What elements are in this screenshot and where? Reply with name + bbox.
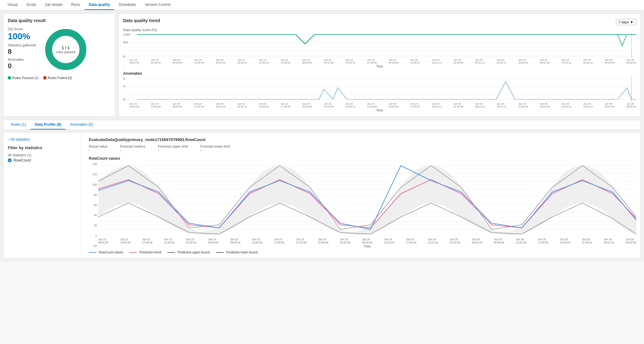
donut-label: 1 / 1 rules passed [56, 45, 75, 54]
radio-rowcount[interactable] [8, 158, 12, 162]
donut-center-bottom: rules passed [56, 50, 75, 54]
metrics-row: Actual value - Forecast metrics - Foreca… [89, 144, 636, 153]
anomalies-x-labels: Jun 1916:51:39 Jun 1923:50:29 Jun 2006:5… [123, 102, 636, 108]
legend-passed-dot [8, 76, 11, 79]
large-chart [98, 163, 636, 237]
chart-legend: RowCount values Prediction trend Predict… [89, 251, 636, 254]
row-count-chart-label: RowCount values [89, 156, 636, 161]
main-tabs-bar: Visual Script Job details Runs Data qual… [0, 0, 644, 10]
tab-runs[interactable]: Runs [67, 0, 84, 10]
metric-upper-val: - [158, 148, 188, 153]
dq-result-title: Data quality result [8, 18, 111, 23]
legend-upper-bound-label: Prediction upper bound [177, 251, 209, 254]
legend-upper-bound: Prediction upper bound [167, 251, 209, 254]
legend-rowcount-label: RowCount values [99, 251, 123, 254]
sub-tab-rules[interactable]: Rules (1) [7, 120, 31, 130]
stats-gathered-label: Statistics gathered [8, 43, 36, 47]
legend-prediction-trend-label: Prediction trend [139, 251, 161, 254]
metric-forecast-upper: Forecast upper limit - [158, 144, 188, 153]
dq-center: DQ Score 100% Statistics gathered 8 Anom… [8, 26, 111, 73]
top-row: Data quality result DQ Score 100% Statis… [3, 13, 641, 117]
anomalies-label: Anomalies [8, 58, 36, 61]
legend-failed-dot [43, 76, 46, 79]
svg-text:2: 2 [123, 77, 125, 80]
tab-data-quality[interactable]: Data quality [84, 0, 114, 10]
sub-tabs-bar: Rules (1) Data Profile (8) Anomalies (0) [3, 120, 641, 130]
legend-lower-bound: Prediction lower bound [216, 251, 258, 254]
metric-lower-val: - [200, 148, 230, 153]
chevron-down-icon: ▼ [630, 20, 633, 24]
legend-passed: Rules Passed (1) [8, 76, 38, 80]
dq-stats: DQ Score 100% Statistics gathered 8 Anom… [8, 27, 36, 72]
back-arrow-icon: ‹ [8, 137, 9, 142]
metric-forecast-lower: Forecast lower limit - [200, 144, 230, 153]
legend-rowcount: RowCount values [89, 251, 123, 254]
main-content: Data quality result DQ Score 100% Statis… [0, 10, 644, 262]
anomalies-value: 0 [8, 62, 36, 70]
metric-upper-label: Forecast upper limit [158, 144, 188, 148]
dq-score-value: 100% [8, 31, 36, 41]
all-stats-label: All statistics [10, 137, 30, 142]
trend-header: Data quality trend 7 days ▼ [123, 18, 636, 26]
legend-prediction-trend-line [129, 252, 137, 253]
metric-forecast-val: - [120, 148, 145, 153]
tab-schedules[interactable]: Schedules [114, 0, 141, 10]
tab-job-details[interactable]: Job details [40, 0, 67, 10]
donut-legend: Rules Passed (1) Rules Failed (0) [8, 76, 111, 80]
anomalies-section: Anomalies 2 1 0 [123, 71, 636, 112]
filter-group-label: All Statistics (1) [8, 153, 77, 157]
legend-upper-bound-line [167, 252, 175, 253]
chart-time-label: Time [98, 245, 636, 248]
donut-center-top: 1 / 1 [56, 45, 75, 50]
chart-panel-title: EvaluateDataQualityprimary_node171569707… [89, 137, 636, 142]
legend-rowcount-line [89, 252, 96, 253]
legend-passed-label: Rules Passed (1) [12, 76, 38, 80]
chart-svg-wrapper: Jun 2209:51:07 Jun 2213:50:29 Jun 2217:5… [98, 163, 636, 248]
filter-rowcount-label: RowCount [13, 158, 31, 163]
metric-forecast-label: Forecast metrics [120, 144, 145, 148]
chart-x-labels: Jun 2209:51:07 Jun 2213:50:29 Jun 2217:5… [98, 238, 636, 244]
tab-version-control[interactable]: Version Control [141, 0, 175, 10]
large-chart-container: 140 120 100 80 60 40 20 0 -20 [89, 163, 636, 248]
dq-score-label: DQ Score [8, 27, 36, 31]
svg-text:0: 0 [123, 98, 125, 101]
dq-trend-title: Data quality trend [123, 18, 160, 23]
filter-sidebar: ‹ All statistics Filter by statistics Al… [3, 133, 81, 258]
score-axis-label: Data quality score (%) [123, 28, 636, 32]
filter-title: Filter by statistics [8, 145, 77, 150]
y-axis-labels: 140 120 100 80 60 40 20 0 -20 [89, 163, 97, 248]
metric-lower-label: Forecast lower limit [200, 144, 230, 148]
all-stats-link[interactable]: ‹ All statistics [8, 137, 77, 142]
stats-gathered-value: 8 [8, 48, 36, 56]
days-label: 7 days [619, 20, 629, 24]
chart-panel: EvaluateDataQualityprimary_node171569707… [84, 133, 641, 258]
anomalies-title: Anomalies [123, 71, 636, 76]
sub-tab-anomalies[interactable]: Anomalies (0) [65, 120, 97, 130]
svg-text:100: 100 [123, 33, 130, 36]
score-x-labels: Jun 1916:51:39 Jun 1923:50:29 Jun 2006:5… [123, 59, 636, 64]
bottom-section: ‹ All statistics Filter by statistics Al… [3, 133, 641, 259]
metric-actual-val: - [89, 148, 108, 153]
donut-chart: 1 / 1 rules passed [42, 26, 89, 73]
svg-text:0: 0 [123, 55, 125, 58]
tab-visual[interactable]: Visual [3, 0, 22, 10]
legend-failed: Rules Failed (0) [43, 76, 72, 80]
svg-text:50: 50 [123, 41, 128, 44]
score-time-label: Time [123, 65, 636, 68]
metric-forecast-metrics: Forecast metrics - [120, 144, 145, 153]
legend-failed-label: Rules Failed (0) [48, 76, 72, 80]
sub-tab-data-profile[interactable]: Data Profile (8) [31, 120, 66, 130]
dq-trend-card: Data quality trend 7 days ▼ Data quality… [118, 13, 641, 117]
legend-lower-bound-label: Prediction lower bound [226, 251, 258, 254]
metric-actual-value: Actual value - [89, 144, 108, 153]
score-mini-chart: 100 50 0 [123, 33, 636, 58]
dq-result-card: Data quality result DQ Score 100% Statis… [3, 13, 115, 117]
days-dropdown[interactable]: 7 days ▼ [616, 19, 636, 25]
tab-script[interactable]: Script [22, 0, 40, 10]
legend-prediction-trend: Prediction trend [129, 251, 161, 254]
legend-lower-bound-line [216, 252, 223, 253]
anomalies-mini-chart: 2 1 0 [123, 77, 636, 102]
svg-text:1: 1 [123, 85, 125, 87]
filter-item-rowcount[interactable]: RowCount [8, 158, 77, 163]
metric-actual-label: Actual value [89, 144, 108, 148]
